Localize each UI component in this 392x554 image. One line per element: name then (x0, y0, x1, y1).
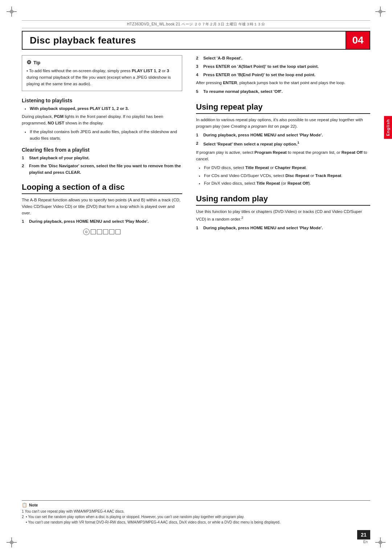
display-sq-5 (115, 229, 121, 234)
looping-step-5: 5 To resume normal playback, select 'Off… (196, 89, 370, 95)
listening-playlists-heading: Listening to playlists (22, 98, 182, 103)
page-lang: En (363, 540, 368, 544)
random-step-1: 1 During playback, press HOME MENU and s… (196, 225, 370, 231)
clearing-files-heading: Clearing files from a playlist (22, 147, 182, 153)
clearing-step-2: 2 From the 'Disc Navigator' screen, sele… (22, 163, 182, 176)
chapter-number-box: 04 (346, 31, 370, 50)
repeat-bullet-3: • For DivX video discs, select Title Rep… (196, 180, 370, 187)
looping-body-1: The A-B Repeat function allows you to sp… (22, 197, 182, 216)
looping-step-2: 2 Select 'A-B Repeat'. (196, 55, 370, 62)
corner-mark-tl (7, 7, 17, 17)
note-divider (22, 500, 370, 501)
note-icon: 📋 (22, 502, 27, 508)
chapter-title: Disc playback features (30, 35, 136, 46)
looping-step-1: 1 During playback, press HOME MENU and s… (22, 218, 182, 225)
random-body-1: Use this function to play titles or chap… (196, 209, 370, 222)
display-sq-2 (97, 229, 102, 234)
repeat-step-1: 1 During playback, press HOME MENU and s… (196, 132, 370, 139)
tip-icon: ⚙ (26, 59, 31, 66)
repeat-heading: Using repeat play (196, 102, 370, 114)
clearing-step-1: 1 Start playback of your playlist. (22, 155, 182, 161)
note-text-1: 1 You can't use repeat play with WMA/MP3… (22, 509, 370, 514)
looping-step-3: 3 Press ENTER on 'A(Start Point)' to set… (196, 63, 370, 70)
header-strip-text: HTZ363DVD_EN_WL.book 21 ページ ２０７年２月３日 土曜日… (22, 22, 370, 27)
looping-step-4: 4 Press ENTER on 'B(End Point)' to set t… (196, 72, 370, 78)
tip-content: • To add files without the on-screen dis… (26, 68, 177, 87)
note-header: 📋 Note (22, 502, 370, 508)
note-box: 📋 Note 1 You can't use repeat play with … (22, 500, 370, 525)
content-area: ⚙ Tip • To add files without the on-scre… (22, 55, 370, 525)
listening-bullet-2: • If the playlist contains both JPEG and… (22, 129, 182, 142)
display-sq-1 (91, 229, 96, 234)
chapter-number: 04 (352, 34, 363, 46)
random-heading: Using random play (196, 194, 370, 206)
display-circle: ⊙ (83, 229, 90, 235)
repeat-bullet-2: • For CDs and Video CD/Super VCDs, selec… (196, 173, 370, 179)
note-text-2: 2 • You can set the random play option w… (22, 514, 370, 520)
looping-heading: Looping a section of a disc (22, 182, 182, 194)
listening-bullet-1: • With playback stopped, press PLAY LIST… (22, 106, 182, 112)
tip-header: ⚙ Tip (26, 59, 177, 66)
repeat-step-2: 2 Select 'Repeat' then select a repeat p… (196, 140, 370, 148)
chapter-header: Disc playback features 04 (22, 31, 370, 50)
note-text-3: • You can't use random play with VR form… (22, 520, 370, 525)
header-strip: HTZ363DVD_EN_WL.book 21 ページ ２０７年２月３日 土曜日… (22, 20, 370, 28)
page-number: 21 (361, 532, 367, 538)
tip-box: ⚙ Tip • To add files without the on-scre… (22, 55, 182, 91)
repeat-body-2: If program play is active, select Progra… (196, 149, 370, 163)
right-column: 2 Select 'A-B Repeat'. 3 Press ENTER on … (196, 55, 370, 233)
looping-body-2: After pressing ENTER, playback jumps bac… (196, 80, 370, 86)
tip-label: Tip (33, 60, 40, 65)
display-image: ⊙ (22, 229, 182, 235)
repeat-body-1: In addition to various repeat play optio… (196, 117, 370, 130)
listening-body-1: During playback, PGM lights in the front… (22, 114, 182, 127)
corner-mark-bl (7, 537, 17, 547)
left-column: ⚙ Tip • To add files without the on-scre… (22, 55, 182, 239)
english-tab: English (384, 116, 392, 139)
repeat-bullet-1: • For DVD discs, select Title Repeat or … (196, 165, 370, 171)
page-number-box: 21 (357, 530, 370, 539)
note-label: Note (29, 503, 38, 507)
display-sq-3 (103, 229, 108, 234)
display-sq-4 (109, 229, 114, 234)
corner-mark-br (375, 537, 385, 547)
corner-mark-tr (375, 7, 385, 17)
chapter-title-box: Disc playback features (22, 31, 346, 50)
